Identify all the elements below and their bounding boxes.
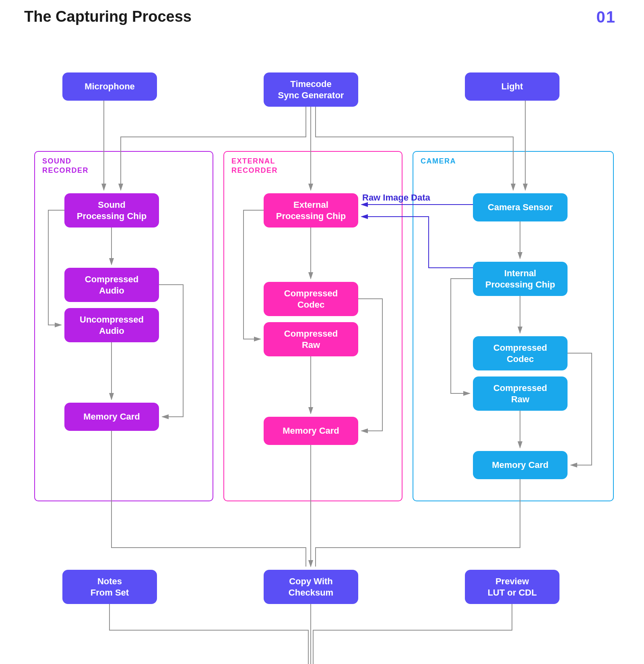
page-title: The Capturing Process (24, 8, 192, 25)
node-timecode-sync-generator: Timecode Sync Generator (264, 72, 358, 107)
group-label-camera: CAMERA (421, 157, 456, 166)
label-raw-image-data: Raw Image Data (362, 192, 430, 203)
node-sound-processing-chip: Sound Processing Chip (64, 193, 159, 228)
node-internal-processing-chip: Internal Processing Chip (473, 262, 568, 296)
node-cam-compressed-codec: Compressed Codec (473, 336, 568, 370)
node-preview-lut-cdl: Preview LUT or CDL (465, 570, 559, 604)
node-sound-memory-card: Memory Card (64, 403, 159, 431)
node-notes-from-set: Notes From Set (62, 570, 157, 604)
node-external-processing-chip: External Processing Chip (264, 193, 358, 228)
node-ext-compressed-raw: Compressed Raw (264, 322, 358, 356)
page-number: 01 (597, 8, 616, 26)
node-camera-sensor: Camera Sensor (473, 193, 568, 221)
node-uncompressed-audio: Uncompressed Audio (64, 308, 159, 342)
group-label-sound-recorder: SOUND RECORDER (42, 157, 89, 176)
group-label-external-recorder: EXTERNAL RECORDER (231, 157, 278, 176)
node-cam-memory-card: Memory Card (473, 451, 568, 479)
node-cam-compressed-raw: Compressed Raw (473, 376, 568, 411)
node-microphone: Microphone (62, 72, 157, 101)
node-copy-with-checksum: Copy With Checksum (264, 570, 358, 604)
node-ext-compressed-codec: Compressed Codec (264, 282, 358, 316)
node-compressed-audio: Compressed Audio (64, 268, 159, 302)
node-ext-memory-card: Memory Card (264, 417, 358, 445)
node-light: Light (465, 72, 559, 101)
